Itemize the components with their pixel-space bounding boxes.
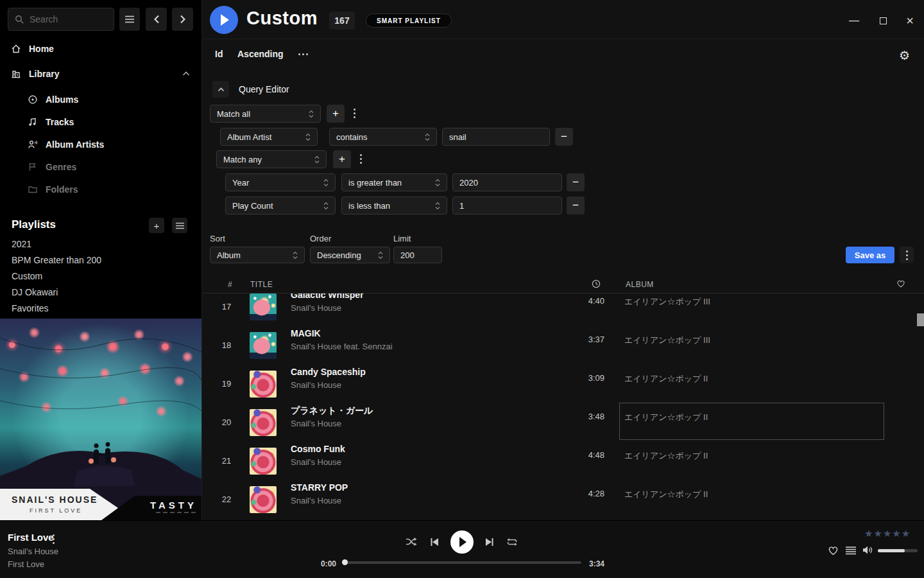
sort-direction-button[interactable]: Ascending [237,49,284,59]
playlist-item[interactable]: Custom [12,271,153,285]
rule-value-input[interactable] [449,132,543,142]
rule-field-select[interactable]: Year [225,173,336,191]
nav-back-button[interactable] [146,8,167,31]
next-track-button[interactable] [485,538,494,547]
plus-icon: + [154,220,160,231]
query-editor-collapse-button[interactable] [212,81,229,98]
star-icon[interactable]: ★ [892,528,900,539]
limit-input[interactable] [400,250,435,260]
star-icon[interactable]: ★ [873,528,882,539]
play-button[interactable] [450,530,474,554]
playlist-item[interactable]: DJ Okawari [12,287,153,301]
album-disc-icon [28,94,38,105]
select-caret-icon [378,251,383,259]
track-duration: 4:48 [552,450,604,460]
rule-value-input[interactable] [459,178,555,188]
window-close-button[interactable]: × [900,10,920,31]
sidebar-item-folders[interactable]: Folders [0,180,201,199]
sidebar-item-tracks[interactable]: Tracks [0,112,201,132]
menu-button[interactable] [119,8,140,31]
rule-field-select[interactable]: Play Count [225,197,336,215]
track-row[interactable]: 22 STARRY POP Snail's House 4:28 エイリアン☆ポ… [202,480,924,519]
window-maximize-button[interactable] [873,10,893,31]
more-options-button[interactable] [298,53,308,55]
add-rule-button[interactable]: + [327,105,345,123]
rule-operator-select[interactable]: is less than [341,197,447,215]
queue-button[interactable] [846,547,856,555]
column-title[interactable]: TITLE [250,280,273,289]
column-album[interactable]: ALBUM [626,280,654,289]
track-row[interactable]: 21 Cosmo Funk Snail's House 4:48 エイリアン☆ポ… [202,442,924,480]
star-icon[interactable]: ★ [864,528,873,539]
sidebar-item-album-artists[interactable]: Album Artists [0,135,201,154]
remove-rule-button[interactable]: − [567,173,585,191]
seek-knob[interactable] [342,559,348,565]
nav-forward-button[interactable] [172,8,193,31]
playlist-item[interactable]: Favorites [12,303,153,317]
group-menu-button[interactable] [354,109,355,118]
window-minimize-button[interactable]: — [844,10,864,31]
sidebar-item-genres[interactable]: Genres [0,157,201,177]
rule-operator-select[interactable]: is greater than [341,173,447,191]
elapsed-time: 0:00 [314,559,336,568]
match-type-select[interactable]: Match any [216,150,327,168]
page-title: Custom [246,8,318,29]
favorite-heart-button[interactable] [828,545,839,556]
group-menu-button[interactable] [360,154,362,164]
repeat-button[interactable] [506,538,518,547]
rating-stars[interactable]: ★ ★ ★ ★ ★ [864,528,910,539]
seek-slider[interactable] [343,561,581,564]
now-playing-menu-button[interactable] [53,534,55,544]
match-type-select[interactable]: Match all [210,105,321,123]
track-art-thumbnail [250,332,277,359]
add-playlist-button[interactable]: + [149,218,164,233]
select-value: Album [217,250,241,260]
sidebar-item-albums[interactable]: Albums [0,90,201,109]
clock-icon[interactable] [592,279,601,288]
now-playing-title[interactable]: First Love [8,532,54,543]
track-number: 19 [215,379,238,389]
query-editor-title: Query Editor [239,84,289,94]
chevron-up-icon[interactable] [182,71,190,76]
settings-gear-icon[interactable]: ⚙ [899,48,910,62]
heart-column-icon[interactable] [896,279,905,288]
query-menu-button[interactable] [900,247,914,263]
track-row[interactable]: 19 Candy Spaceship Snail's House 3:09 エイ… [202,365,924,403]
now-playing-album[interactable]: First Love [8,559,44,569]
order-select[interactable]: Descending [310,247,390,263]
track-row[interactable]: 17 Galactic Whisper Snail's House 4:40 エ… [202,293,924,326]
rule-value-input[interactable] [459,201,555,211]
previous-track-button[interactable] [430,538,439,547]
search-input-wrap[interactable] [8,8,114,31]
list-toolbar: Id Ascending ⚙ [202,39,924,70]
playlist-item[interactable]: 2021 [12,239,153,253]
now-playing-cover-art[interactable]: SNAIL'S HOUSE FIRST LOVE TASTY [0,319,201,520]
music-note-icon [28,117,38,127]
star-icon[interactable]: ★ [902,528,910,539]
sidebar-item-home[interactable]: Home [0,39,201,58]
sort-field-button[interactable]: Id [215,49,223,59]
playlist-play-button[interactable] [210,6,238,34]
save-as-button[interactable]: Save as [846,247,894,263]
column-index[interactable]: # [228,280,232,289]
playlist-item[interactable]: BPM Greater than 200 [12,255,153,269]
vertical-scrollbar-thumb[interactable] [917,313,924,326]
track-row[interactable]: 18 MAGIK Snail's House feat. Sennzai 3:3… [202,326,924,365]
library-icon [11,69,21,79]
minimize-icon: — [849,15,859,26]
volume-slider[interactable] [878,549,918,552]
star-icon[interactable]: ★ [883,528,891,539]
sidebar-item-library[interactable]: Library [0,64,201,83]
remove-rule-button[interactable]: − [567,197,585,215]
remove-rule-button[interactable]: − [555,128,573,146]
order-label: Order [310,234,331,243]
now-playing-artist[interactable]: Snail's House [8,547,58,556]
rule-operator-select[interactable]: contains [329,128,437,146]
add-rule-button[interactable]: + [333,150,351,168]
rule-field-select[interactable]: Album Artist [220,128,318,146]
playlist-list-button[interactable] [172,218,187,233]
volume-icon[interactable] [862,545,873,555]
folder-icon [28,184,38,195]
shuffle-button[interactable] [406,537,417,547]
sort-select[interactable]: Album [210,247,305,263]
